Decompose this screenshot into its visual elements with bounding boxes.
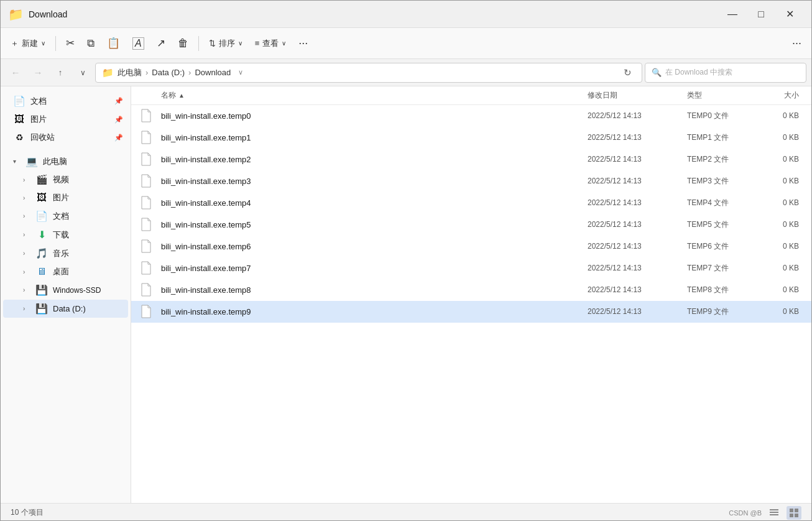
new-label: 新建 (22, 38, 38, 49)
music-expand-icon: › (23, 250, 30, 257)
addr-part-download: Download (195, 68, 231, 77)
more-button-1[interactable]: ··· (293, 32, 313, 55)
file-type-2: TEMP2 文件 (687, 154, 762, 165)
file-type-4: TEMP4 文件 (687, 198, 762, 208)
table-row[interactable]: bili_win-install.exe.temp6 2022/5/12 14:… (131, 236, 811, 257)
table-row[interactable]: bili_win-install.exe.temp0 2022/5/12 14:… (131, 105, 811, 127)
downloads-icon: ⬇ (35, 229, 48, 241)
col-header-name[interactable]: 名称 ▲ (131, 90, 588, 101)
file-size-7: 0 KB (762, 264, 811, 272)
downloads-expand-icon: › (23, 231, 30, 238)
trash-pinned-label: 回收站 (30, 132, 121, 143)
sidebar-item-docs[interactable]: › 📄 文档 (3, 207, 128, 225)
this-pc-icon: 💻 (25, 155, 38, 167)
file-date-1: 2022/5/12 14:13 (588, 133, 687, 142)
expand-nav-button[interactable]: ∨ (73, 63, 93, 83)
file-icon-9 (131, 305, 161, 318)
sidebar-item-pics[interactable]: › 🖼 图片 (3, 189, 128, 206)
file-name-3: bili_win-install.exe.temp3 (161, 177, 588, 186)
table-row[interactable]: bili_win-install.exe.temp5 2022/5/12 14:… (131, 214, 811, 236)
item-count: 10 个项目 (11, 507, 44, 518)
paste-button[interactable]: 📋 (102, 32, 125, 55)
status-right: CSDN @B (729, 506, 801, 520)
file-name-2: bili_win-install.exe.temp2 (161, 155, 588, 164)
new-button[interactable]: ＋ 新建 ∨ (6, 32, 50, 55)
pics-pin-icon: 📌 (114, 116, 123, 124)
video-label: 视频 (53, 174, 121, 185)
separator-2 (198, 36, 199, 51)
file-name-7: bili_win-install.exe.temp7 (161, 264, 588, 273)
table-row[interactable]: bili_win-install.exe.temp8 2022/5/12 14:… (131, 279, 811, 301)
search-bar[interactable]: 🔍 在 Download 中搜索 (645, 63, 806, 83)
nav-bar: ← → ↑ ∨ 📁 此电脑 › Data (D:) › Download ∨ ↻… (1, 59, 811, 86)
table-row[interactable]: bili_win-install.exe.temp9 2022/5/12 14:… (131, 301, 811, 323)
up-button[interactable]: ↑ (50, 63, 70, 83)
file-date-5: 2022/5/12 14:13 (588, 220, 687, 229)
more-button-2[interactable]: ··· (787, 32, 806, 55)
file-icon-2 (131, 152, 161, 166)
docs-expand-icon: › (23, 213, 30, 219)
col-header-date[interactable]: 修改日期 (588, 90, 687, 101)
sidebar-item-downloads[interactable]: › ⬇ 下载 (3, 226, 128, 244)
docs-icon: 📄 (35, 210, 48, 222)
sidebar-item-windows-ssd[interactable]: › 💾 Windows-SSD (3, 281, 128, 299)
docs-pin-icon: 📌 (114, 97, 123, 105)
window-title: Download (29, 9, 718, 19)
windows-ssd-icon: 💾 (35, 284, 48, 296)
table-row[interactable]: bili_win-install.exe.temp7 2022/5/12 14:… (131, 257, 811, 279)
sidebar-item-trash-pinned[interactable]: ♻ 回收站 📌 (3, 129, 128, 146)
name-col-label: 名称 (161, 90, 176, 101)
refresh-button[interactable]: ↻ (620, 66, 635, 80)
cut-button[interactable]: ✂ (61, 32, 80, 55)
view-chevron: ∨ (282, 40, 286, 47)
pics-label: 图片 (53, 192, 121, 203)
size-col-label: 大小 (784, 91, 799, 99)
main-layout: 📄 文档 📌 🖼 图片 📌 ♻ 回收站 📌 ▾ 💻 此电脑 › 🎬 视频 (1, 86, 811, 503)
separator-1 (55, 36, 56, 51)
file-size-3: 0 KB (762, 177, 811, 185)
list-view-button[interactable] (767, 506, 782, 520)
view-icon: ≡ (255, 39, 260, 48)
table-row[interactable]: bili_win-install.exe.temp3 2022/5/12 14:… (131, 170, 811, 192)
svg-rect-6 (795, 514, 798, 517)
address-bar[interactable]: 📁 此电脑 › Data (D:) › Download ∨ ↻ (95, 63, 642, 83)
sidebar-item-data-d[interactable]: › 💾 Data (D:) (3, 300, 128, 318)
delete-button[interactable]: 🗑 (173, 32, 193, 55)
detail-view-button[interactable] (787, 506, 801, 520)
svg-rect-1 (770, 512, 778, 513)
table-row[interactable]: bili_win-install.exe.temp2 2022/5/12 14:… (131, 149, 811, 170)
table-row[interactable]: bili_win-install.exe.temp1 2022/5/12 14:… (131, 127, 811, 149)
col-header-type[interactable]: 类型 (687, 90, 762, 101)
close-button[interactable]: ✕ (775, 4, 804, 24)
copy-button[interactable]: ⧉ (82, 32, 99, 55)
file-type-7: TEMP7 文件 (687, 263, 762, 274)
sort-button[interactable]: ⇅ 排序 ∨ (204, 32, 247, 55)
svg-rect-0 (770, 509, 778, 510)
back-button[interactable]: ← (6, 63, 25, 83)
file-date-4: 2022/5/12 14:13 (588, 198, 687, 207)
addr-chevron[interactable]: ∨ (237, 67, 244, 78)
sidebar-item-video[interactable]: › 🎬 视频 (3, 171, 128, 188)
delete-icon: 🗑 (178, 37, 188, 50)
table-row[interactable]: bili_win-install.exe.temp4 2022/5/12 14:… (131, 192, 811, 214)
maximize-button[interactable]: □ (747, 4, 775, 24)
share-button[interactable]: ↗ (152, 32, 170, 55)
sidebar-item-music[interactable]: › 🎵 音乐 (3, 244, 128, 262)
data-d-icon: 💾 (35, 303, 48, 315)
forward-button[interactable]: → (28, 63, 48, 83)
sidebar-item-pics-pinned[interactable]: 🖼 图片 📌 (3, 111, 128, 128)
downloads-label: 下载 (53, 229, 121, 241)
rename-button[interactable]: A (127, 32, 149, 55)
file-date-0: 2022/5/12 14:13 (588, 111, 687, 120)
share-icon: ↗ (157, 37, 165, 50)
file-type-3: TEMP3 文件 (687, 176, 762, 187)
col-header-size[interactable]: 大小 (762, 90, 811, 101)
minimize-button[interactable]: — (718, 4, 747, 24)
new-chevron: ∨ (41, 40, 45, 47)
sidebar-item-desktop[interactable]: › 🖥 桌面 (3, 263, 128, 280)
sidebar-item-docs-pinned[interactable]: 📄 文档 📌 (3, 92, 128, 110)
new-icon: ＋ (11, 38, 19, 49)
sidebar-item-this-pc[interactable]: ▾ 💻 此电脑 (3, 152, 128, 170)
file-date-8: 2022/5/12 14:13 (588, 285, 687, 294)
view-button[interactable]: ≡ 查看 ∨ (250, 32, 292, 55)
